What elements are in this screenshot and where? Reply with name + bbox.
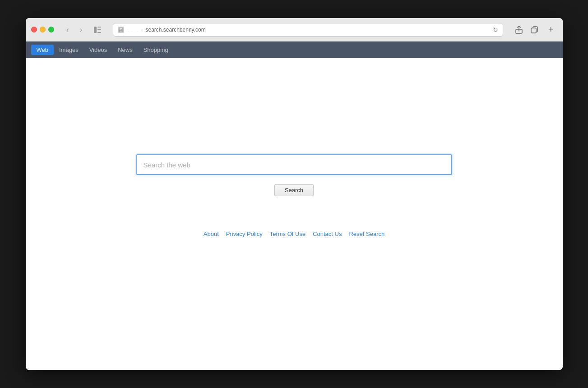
- new-tab-button[interactable]: +: [545, 23, 557, 36]
- svg-rect-0: [94, 27, 97, 33]
- maximize-button[interactable]: [48, 27, 54, 32]
- terms-of-use-link[interactable]: Terms Of Use: [270, 231, 306, 237]
- share-button[interactable]: [512, 23, 526, 36]
- svg-rect-1: [97, 27, 101, 28]
- svg-rect-3: [97, 32, 101, 33]
- window-controls: +: [512, 23, 557, 36]
- reset-search-link[interactable]: Reset Search: [349, 231, 384, 237]
- close-button[interactable]: [31, 27, 37, 32]
- tab-web[interactable]: Web: [31, 45, 54, 55]
- tab-news[interactable]: News: [112, 45, 138, 55]
- back-button[interactable]: ‹: [61, 23, 74, 36]
- tab-shopping[interactable]: Shopping: [138, 45, 174, 55]
- privacy-policy-link[interactable]: Privacy Policy: [226, 231, 263, 237]
- tab-videos[interactable]: Videos: [84, 45, 113, 55]
- traffic-lights: [31, 27, 54, 32]
- svg-rect-6: [120, 29, 121, 30]
- minimize-button[interactable]: [40, 27, 46, 32]
- svg-rect-5: [120, 28, 122, 29]
- tab-images[interactable]: Images: [54, 45, 84, 55]
- main-content: Search About Privacy Policy Terms Of Use…: [26, 58, 563, 370]
- navigation-buttons: ‹ ›: [61, 23, 88, 36]
- contact-us-link[interactable]: Contact Us: [313, 231, 342, 237]
- address-bar[interactable]: ——— search.searchbenny.com ↻: [113, 23, 503, 37]
- url-display: search.searchbenny.com: [146, 27, 206, 33]
- browser-window: ‹ › ——— search.searchbenny.com: [26, 18, 563, 370]
- search-input[interactable]: [136, 154, 452, 175]
- favicon-icon: [118, 27, 124, 33]
- sidebar-toggle-button[interactable]: [91, 23, 104, 36]
- search-button[interactable]: Search: [274, 184, 314, 196]
- about-link[interactable]: About: [204, 231, 219, 237]
- svg-rect-7: [120, 31, 122, 32]
- tabs-button[interactable]: [528, 23, 541, 36]
- svg-rect-9: [531, 28, 536, 33]
- search-section: Search About Privacy Policy Terms Of Use…: [26, 154, 563, 237]
- url-prefix: ———: [127, 27, 143, 33]
- footer-links: About Privacy Policy Terms Of Use Contac…: [204, 231, 384, 237]
- forward-button[interactable]: ›: [75, 23, 88, 36]
- title-bar: ‹ › ——— search.searchbenny.com: [26, 18, 563, 42]
- svg-rect-2: [97, 29, 101, 30]
- nav-bar: Web Images Videos News Shopping: [26, 42, 563, 58]
- reload-button[interactable]: ↻: [493, 26, 498, 33]
